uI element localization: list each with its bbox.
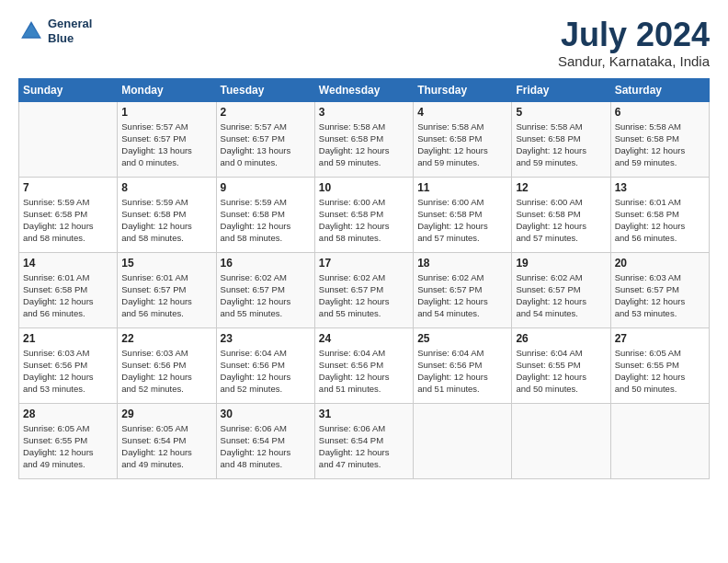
calendar-cell — [610, 403, 709, 478]
day-info: Sunrise: 6:06 AM Sunset: 6:54 PM Dayligh… — [319, 422, 409, 471]
day-number: 23 — [221, 332, 311, 345]
calendar-cell: 4Sunrise: 5:58 AM Sunset: 6:58 PM Daylig… — [414, 101, 512, 177]
logo-line2: Blue — [48, 31, 92, 46]
day-number: 28 — [23, 408, 113, 420]
day-info: Sunrise: 5:58 AM Sunset: 6:58 PM Dayligh… — [417, 121, 507, 169]
day-number: 6 — [615, 106, 705, 119]
day-info: Sunrise: 6:00 AM Sunset: 6:58 PM Dayligh… — [516, 196, 606, 245]
day-info: Sunrise: 6:05 AM Sunset: 6:54 PM Dayligh… — [121, 422, 211, 471]
day-info: Sunrise: 5:59 AM Sunset: 6:58 PM Dayligh… — [121, 196, 211, 245]
day-number: 4 — [417, 106, 507, 119]
calendar-cell: 22Sunrise: 6:03 AM Sunset: 6:56 PM Dayli… — [118, 327, 216, 403]
col-header-thursday: Thursday — [414, 78, 512, 101]
day-info: Sunrise: 6:02 AM Sunset: 6:57 PM Dayligh… — [516, 271, 606, 320]
day-info: Sunrise: 5:59 AM Sunset: 6:58 PM Dayligh… — [221, 196, 311, 245]
week-row-3: 14Sunrise: 6:01 AM Sunset: 6:58 PM Dayli… — [19, 252, 710, 327]
calendar-cell: 21Sunrise: 6:03 AM Sunset: 6:56 PM Dayli… — [19, 327, 118, 403]
day-number: 18 — [417, 257, 507, 270]
calendar-cell: 2Sunrise: 5:57 AM Sunset: 6:57 PM Daylig… — [216, 101, 314, 177]
day-info: Sunrise: 6:03 AM Sunset: 6:56 PM Dayligh… — [23, 347, 113, 396]
day-number: 15 — [121, 257, 211, 270]
calendar-cell: 28Sunrise: 6:05 AM Sunset: 6:55 PM Dayli… — [19, 403, 118, 478]
day-number: 21 — [23, 332, 113, 345]
calendar-cell: 20Sunrise: 6:03 AM Sunset: 6:57 PM Dayli… — [610, 252, 709, 327]
calendar-cell: 3Sunrise: 5:58 AM Sunset: 6:58 PM Daylig… — [314, 101, 413, 177]
calendar-cell — [19, 101, 118, 177]
day-info: Sunrise: 6:00 AM Sunset: 6:58 PM Dayligh… — [417, 196, 507, 245]
calendar-cell: 14Sunrise: 6:01 AM Sunset: 6:58 PM Dayli… — [19, 252, 118, 327]
header-row: SundayMondayTuesdayWednesdayThursdayFrid… — [19, 78, 710, 101]
calendar-cell: 12Sunrise: 6:00 AM Sunset: 6:58 PM Dayli… — [512, 177, 610, 252]
day-info: Sunrise: 5:58 AM Sunset: 6:58 PM Dayligh… — [319, 121, 409, 169]
day-info: Sunrise: 6:05 AM Sunset: 6:55 PM Dayligh… — [615, 347, 705, 396]
calendar-cell: 6Sunrise: 5:58 AM Sunset: 6:58 PM Daylig… — [610, 101, 709, 177]
col-header-tuesday: Tuesday — [216, 78, 314, 101]
day-number: 1 — [121, 106, 211, 119]
day-info: Sunrise: 6:04 AM Sunset: 6:56 PM Dayligh… — [417, 347, 507, 396]
day-info: Sunrise: 6:02 AM Sunset: 6:57 PM Dayligh… — [319, 271, 409, 320]
day-info: Sunrise: 5:58 AM Sunset: 6:58 PM Dayligh… — [516, 121, 606, 169]
logo: General Blue — [18, 17, 92, 45]
day-info: Sunrise: 5:57 AM Sunset: 6:57 PM Dayligh… — [121, 121, 211, 169]
day-info: Sunrise: 6:03 AM Sunset: 6:57 PM Dayligh… — [615, 271, 705, 320]
day-number: 17 — [319, 257, 409, 270]
day-number: 20 — [615, 257, 705, 270]
day-number: 16 — [221, 257, 311, 270]
subtitle: Sandur, Karnataka, India — [558, 53, 710, 69]
day-number: 31 — [319, 408, 409, 420]
col-header-monday: Monday — [118, 78, 216, 101]
day-number: 10 — [319, 181, 409, 194]
title-block: July 2024 Sandur, Karnataka, India — [558, 17, 710, 69]
page: General Blue July 2024 Sandur, Karnataka… — [0, 0, 728, 488]
calendar-cell: 1Sunrise: 5:57 AM Sunset: 6:57 PM Daylig… — [118, 101, 216, 177]
calendar-cell: 17Sunrise: 6:02 AM Sunset: 6:57 PM Dayli… — [314, 252, 413, 327]
calendar-cell: 27Sunrise: 6:05 AM Sunset: 6:55 PM Dayli… — [610, 327, 709, 403]
day-info: Sunrise: 6:00 AM Sunset: 6:58 PM Dayligh… — [319, 196, 409, 245]
day-number: 19 — [516, 257, 606, 270]
calendar-cell: 25Sunrise: 6:04 AM Sunset: 6:56 PM Dayli… — [414, 327, 512, 403]
day-number: 30 — [221, 408, 311, 420]
day-info: Sunrise: 6:01 AM Sunset: 6:57 PM Dayligh… — [121, 271, 211, 320]
calendar-cell: 7Sunrise: 5:59 AM Sunset: 6:58 PM Daylig… — [19, 177, 118, 252]
calendar-cell: 26Sunrise: 6:04 AM Sunset: 6:55 PM Dayli… — [512, 327, 610, 403]
calendar-cell: 13Sunrise: 6:01 AM Sunset: 6:58 PM Dayli… — [610, 177, 709, 252]
calendar-cell: 30Sunrise: 6:06 AM Sunset: 6:54 PM Dayli… — [216, 403, 314, 478]
calendar-table: SundayMondayTuesdayWednesdayThursdayFrid… — [18, 78, 710, 479]
calendar-cell: 8Sunrise: 5:59 AM Sunset: 6:58 PM Daylig… — [118, 177, 216, 252]
calendar-cell: 5Sunrise: 5:58 AM Sunset: 6:58 PM Daylig… — [512, 101, 610, 177]
day-info: Sunrise: 6:01 AM Sunset: 6:58 PM Dayligh… — [615, 196, 705, 245]
calendar-cell: 9Sunrise: 5:59 AM Sunset: 6:58 PM Daylig… — [216, 177, 314, 252]
calendar-cell: 29Sunrise: 6:05 AM Sunset: 6:54 PM Dayli… — [118, 403, 216, 478]
calendar-cell: 23Sunrise: 6:04 AM Sunset: 6:56 PM Dayli… — [216, 327, 314, 403]
day-number: 7 — [23, 181, 113, 194]
day-number: 22 — [121, 332, 211, 345]
calendar-cell: 18Sunrise: 6:02 AM Sunset: 6:57 PM Dayli… — [414, 252, 512, 327]
svg-marker-1 — [23, 24, 40, 37]
day-info: Sunrise: 6:01 AM Sunset: 6:58 PM Dayligh… — [23, 271, 113, 320]
header: General Blue July 2024 Sandur, Karnataka… — [18, 17, 710, 69]
day-number: 9 — [221, 181, 311, 194]
day-info: Sunrise: 6:05 AM Sunset: 6:55 PM Dayligh… — [23, 422, 113, 471]
day-number: 29 — [121, 408, 211, 420]
day-info: Sunrise: 5:59 AM Sunset: 6:58 PM Dayligh… — [23, 196, 113, 245]
col-header-friday: Friday — [512, 78, 610, 101]
day-number: 27 — [615, 332, 705, 345]
calendar-cell: 16Sunrise: 6:02 AM Sunset: 6:57 PM Dayli… — [216, 252, 314, 327]
week-row-2: 7Sunrise: 5:59 AM Sunset: 6:58 PM Daylig… — [19, 177, 710, 252]
calendar-cell — [512, 403, 610, 478]
day-info: Sunrise: 6:04 AM Sunset: 6:55 PM Dayligh… — [516, 347, 606, 396]
day-info: Sunrise: 6:03 AM Sunset: 6:56 PM Dayligh… — [121, 347, 211, 396]
day-number: 8 — [121, 181, 211, 194]
calendar-cell: 10Sunrise: 6:00 AM Sunset: 6:58 PM Dayli… — [314, 177, 413, 252]
day-info: Sunrise: 6:04 AM Sunset: 6:56 PM Dayligh… — [221, 347, 311, 396]
calendar-cell: 11Sunrise: 6:00 AM Sunset: 6:58 PM Dayli… — [414, 177, 512, 252]
calendar-cell: 15Sunrise: 6:01 AM Sunset: 6:57 PM Dayli… — [118, 252, 216, 327]
calendar-cell — [414, 403, 512, 478]
day-number: 26 — [516, 332, 606, 345]
day-number: 25 — [417, 332, 507, 345]
week-row-4: 21Sunrise: 6:03 AM Sunset: 6:56 PM Dayli… — [19, 327, 710, 403]
day-number: 5 — [516, 106, 606, 119]
day-number: 11 — [417, 181, 507, 194]
day-info: Sunrise: 5:57 AM Sunset: 6:57 PM Dayligh… — [221, 121, 311, 169]
week-row-1: 1Sunrise: 5:57 AM Sunset: 6:57 PM Daylig… — [19, 101, 710, 177]
